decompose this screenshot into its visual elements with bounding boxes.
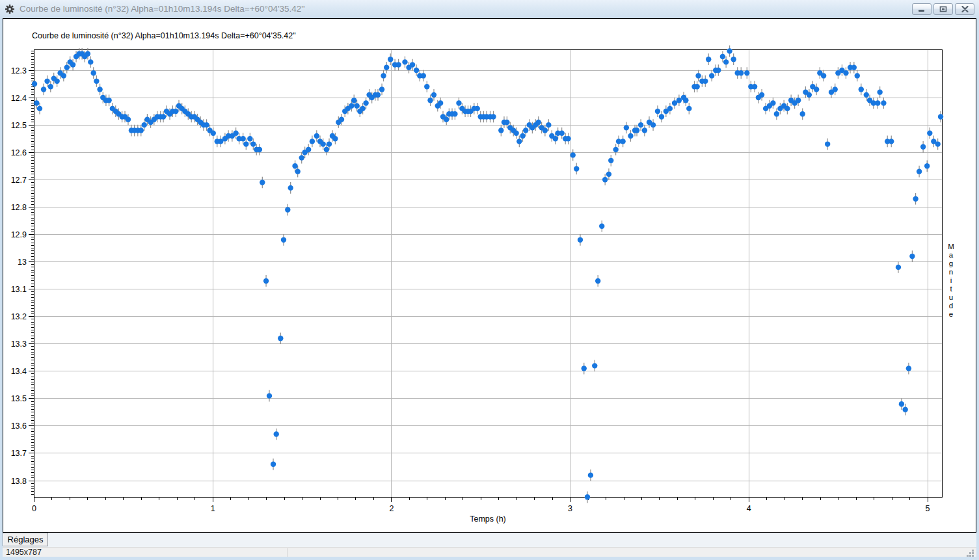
svg-text:12.6: 12.6 [11,148,27,157]
minimize-button[interactable] [912,3,932,15]
svg-text:13.1: 13.1 [11,285,27,294]
svg-text:1: 1 [211,504,215,513]
svg-text:0: 0 [32,504,36,513]
axis-tick-labels: 12.312.412.512.612.712.812.91313.113.213… [11,66,930,514]
y-axis-label: Magnitude [947,243,955,319]
svg-text:5: 5 [926,504,930,513]
window-title: Courbe de luminosité (n°32) Alpha=01h10m… [20,4,304,14]
svg-text:13.4: 13.4 [11,367,27,376]
reglages-button[interactable]: Réglages [3,533,48,546]
svg-text:13.5: 13.5 [11,394,27,403]
x-axis-label: Temps (h) [33,514,943,524]
svg-text:12.8: 12.8 [11,203,27,212]
svg-text:13.3: 13.3 [11,340,27,349]
svg-text:12.4: 12.4 [11,94,27,103]
svg-text:13: 13 [18,258,27,267]
svg-text:12.9: 12.9 [11,230,27,239]
close-button[interactable] [955,3,974,15]
svg-text:13.8: 13.8 [11,477,27,486]
chart-canvas: Courbe de luminosité (n°32) Alpha=01h10m… [3,18,976,533]
svg-text:12.7: 12.7 [11,176,27,185]
data-points [32,48,943,500]
status-bar: 1495x787 [3,547,976,557]
status-size-text: 1495x787 [6,548,42,557]
svg-text:12.3: 12.3 [11,66,27,75]
resize-grip[interactable] [967,548,974,556]
statusbar-separator [287,548,288,557]
light-curve-plot: 12.312.412.512.612.712.812.91313.113.213… [3,19,976,532]
app-window: Courbe de luminosité (n°32) Alpha=01h10m… [0,0,979,560]
svg-text:3: 3 [568,504,572,513]
svg-text:13.7: 13.7 [11,449,27,458]
svg-text:13.6: 13.6 [11,421,27,431]
titlebar[interactable]: Courbe de luminosité (n°32) Alpha=01h10m… [0,0,979,18]
svg-text:12.5: 12.5 [11,121,27,130]
svg-text:13.2: 13.2 [11,312,27,321]
svg-text:4: 4 [747,504,751,513]
app-gear-icon [5,4,15,14]
window-controls [912,3,974,15]
bottom-toolbar: Réglages [3,533,976,547]
maximize-button[interactable] [933,3,953,15]
svg-text:2: 2 [389,504,394,513]
